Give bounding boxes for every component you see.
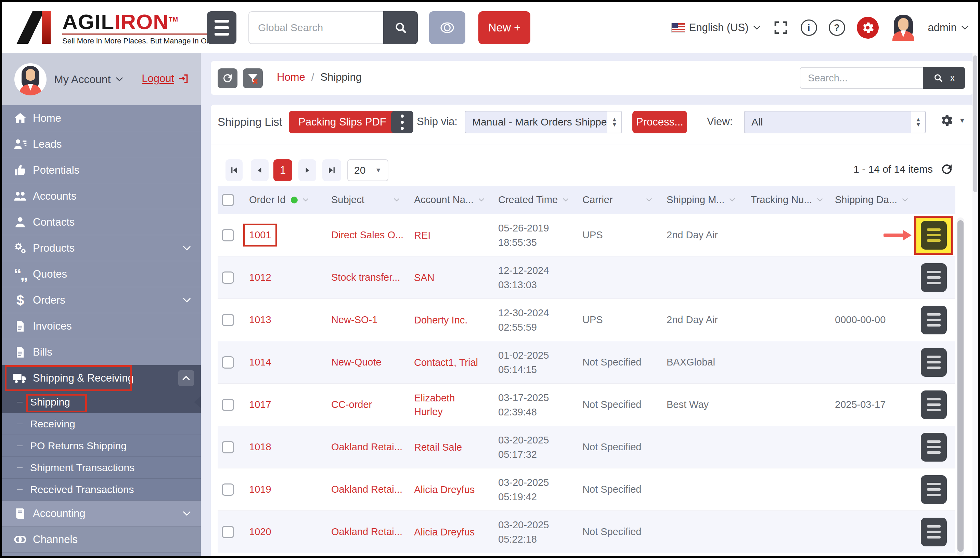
menu-toggle-button[interactable] [207, 11, 237, 44]
sort-chevron-icon[interactable] [645, 198, 653, 202]
logout-link[interactable]: Logout [141, 72, 189, 85]
account-name-link[interactable]: SAN [414, 271, 445, 284]
column-header-shipping-date[interactable]: Shipping Da... [828, 194, 912, 205]
row-checkbox[interactable] [222, 484, 234, 496]
help-icon[interactable]: ? [829, 20, 845, 36]
column-header-order-id[interactable]: Order Id [242, 194, 324, 205]
row-actions-button[interactable] [921, 306, 947, 335]
sidebar-item-shipping-receiving[interactable]: Shipping & Receiving [2, 365, 201, 391]
sidebar-item-contacts[interactable]: Contacts [2, 209, 201, 235]
submenu-item-shipping[interactable]: Shipping [2, 391, 201, 413]
next-page-button[interactable] [298, 159, 316, 181]
account-name-link[interactable]: Alicia Dreyfus [414, 525, 485, 539]
scrollbar-thumb[interactable] [957, 220, 964, 552]
view-select[interactable]: All ▲▼ [744, 111, 926, 133]
order-id-link[interactable]: 1017 [249, 399, 271, 410]
row-checkbox[interactable] [222, 229, 234, 241]
sidebar-item-potentials[interactable]: Potentials [2, 157, 201, 183]
table-row[interactable]: 1014 New-Quote Contact1, Trial 01-02-202… [218, 341, 955, 384]
sort-chevron-icon[interactable] [816, 198, 824, 202]
list-settings-button[interactable]: ▼ [939, 113, 966, 128]
sort-chevron-icon[interactable] [478, 198, 485, 202]
account-name-link[interactable]: Elizabeth Hurley [414, 391, 492, 419]
table-row[interactable]: 1001 Direct Sales O... REI 05-26-201918:… [218, 214, 955, 256]
last-page-button[interactable] [322, 159, 341, 181]
info-icon[interactable]: i [801, 20, 817, 36]
sidebar-item-accounts[interactable]: Accounts [2, 183, 201, 209]
global-search-input[interactable] [248, 11, 383, 44]
sort-chevron-icon[interactable] [302, 198, 309, 202]
sort-chevron-icon[interactable] [393, 198, 400, 202]
more-actions-button[interactable] [391, 111, 413, 133]
row-actions-button[interactable] [921, 263, 947, 292]
account-name-link[interactable]: Retail Sale [414, 440, 472, 454]
order-id-link[interactable]: 1014 [249, 357, 271, 368]
refresh-button[interactable] [218, 68, 237, 88]
sidebar-item-products[interactable]: Products [2, 235, 201, 261]
list-refresh-button[interactable] [940, 162, 954, 178]
clear-filter-button[interactable] [243, 68, 263, 88]
search-clear-button[interactable]: x [950, 73, 955, 84]
table-scrollbar[interactable] [957, 217, 964, 556]
table-row[interactable]: 1017 CC-order Elizabeth Hurley 03-17-202… [218, 384, 955, 426]
language-selector[interactable]: English (US) [671, 21, 761, 34]
row-checkbox[interactable] [222, 356, 234, 369]
order-id-link[interactable]: 1020 [249, 526, 271, 537]
new-record-button[interactable]: New + [478, 11, 530, 44]
row-actions-button[interactable] [921, 221, 947, 249]
subject-link[interactable]: New-Quote [331, 357, 381, 368]
row-actions-button[interactable] [921, 475, 947, 504]
submenu-item-receiving[interactable]: Receiving [2, 413, 201, 435]
my-account-menu[interactable]: My Account [54, 73, 123, 86]
subject-link[interactable]: Stock transfer... [331, 272, 400, 283]
row-checkbox[interactable] [222, 441, 234, 453]
column-header-created-time[interactable]: Created Time [492, 194, 576, 205]
sidebar-item-accounting[interactable]: Accounting [2, 501, 201, 527]
account-name-link[interactable]: Contact1, Trial [414, 356, 488, 369]
subject-link[interactable]: CC-order [331, 399, 372, 410]
sidebar-item-leads[interactable]: Leads [2, 131, 201, 157]
order-id-link[interactable]: 1012 [249, 272, 271, 283]
account-name-link[interactable]: Alicia Dreyfus [414, 483, 485, 496]
row-checkbox[interactable] [222, 314, 234, 326]
sidebar-avatar[interactable] [14, 63, 46, 95]
list-search-button[interactable]: x [923, 67, 965, 89]
subject-link[interactable]: Oakland Retai... [331, 441, 403, 453]
order-id-link[interactable]: 1001 [249, 230, 271, 241]
select-all-checkbox[interactable] [222, 194, 234, 206]
table-row[interactable]: 1018 Oakland Retai... Retail Sale 03-20-… [218, 426, 955, 468]
sort-chevron-icon[interactable] [562, 198, 569, 202]
table-row[interactable]: 1013 New-SO-1 Doherty Inc. 12-30-202402:… [218, 299, 955, 341]
current-page-button[interactable]: 1 [273, 159, 292, 181]
sidebar-item-invoices[interactable]: Invoices [2, 313, 201, 339]
scrollbar-thumb[interactable] [973, 56, 977, 192]
order-id-link[interactable]: 1013 [249, 314, 271, 325]
sidebar-item-home[interactable]: Home [2, 105, 201, 131]
visibility-button[interactable] [429, 11, 465, 44]
breadcrumb-home-link[interactable]: Home [277, 71, 305, 84]
column-header-account-name[interactable]: Account Na... [407, 194, 492, 205]
page-size-select[interactable]: 20 ▼ [347, 159, 388, 181]
row-checkbox[interactable] [222, 271, 234, 284]
table-row[interactable]: 1012 Stock transfer... SAN 12-12-202403:… [218, 256, 955, 299]
row-actions-button[interactable] [921, 433, 947, 461]
column-header-carrier[interactable]: Carrier [576, 194, 660, 205]
table-row[interactable]: 1019 Oakland Retai... Alicia Dreyfus 03-… [218, 468, 955, 511]
fullscreen-icon[interactable] [773, 20, 789, 36]
order-id-link[interactable]: 1018 [249, 441, 271, 453]
sort-chevron-icon[interactable] [728, 198, 736, 202]
subject-link[interactable]: Oakland Retai... [331, 526, 403, 537]
row-checkbox[interactable] [222, 399, 234, 411]
subject-link[interactable]: Direct Sales O... [331, 230, 403, 241]
submenu-item-po-returns-shipping[interactable]: PO Returns Shipping [2, 435, 201, 457]
page-scrollbar[interactable] [972, 53, 978, 556]
sidebar-item-orders[interactable]: $ Orders [2, 287, 201, 313]
packing-slips-pdf-button[interactable]: Packing Slips PDF [289, 111, 396, 133]
column-header-subject[interactable]: Subject [324, 194, 407, 205]
account-name-link[interactable]: Doherty Inc. [414, 313, 478, 327]
subject-link[interactable]: Oakland Retai... [331, 484, 403, 495]
row-actions-button[interactable] [921, 348, 947, 377]
row-actions-button[interactable] [921, 391, 947, 419]
column-header-shipping-method[interactable]: Shipping M... [660, 194, 744, 205]
submenu-item-received-transactions[interactable]: Received Transactions [2, 479, 201, 501]
